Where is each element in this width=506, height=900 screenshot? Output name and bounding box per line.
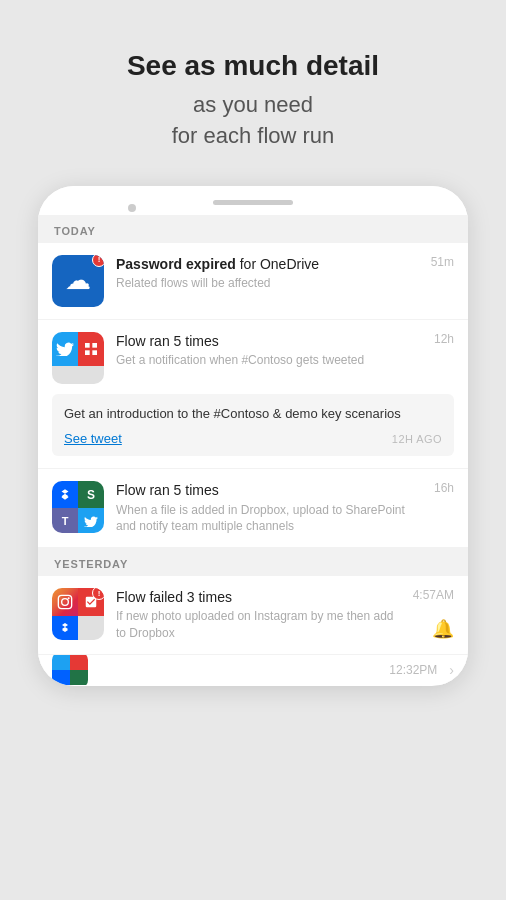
onedrive-desc: Related flows will be affected: [116, 275, 419, 292]
phone-top-bar: [38, 186, 468, 215]
onedrive-card-text: Password expired for OneDrive Related fl…: [116, 255, 419, 292]
header-title: See as much detail: [40, 48, 466, 84]
header-subtitle-line1: as you need: [193, 92, 313, 117]
dropbox-time: 16h: [434, 481, 454, 495]
svg-rect-1: [92, 343, 97, 348]
svg-point-5: [62, 599, 69, 606]
svg-rect-4: [58, 596, 71, 609]
onedrive-time: 51m: [431, 255, 454, 269]
empty-cell2: [78, 366, 104, 384]
phone-camera: [128, 204, 136, 212]
partial-time: 12:32PM: [389, 663, 437, 677]
onedrive-badge: !: [92, 255, 104, 267]
svg-rect-2: [85, 350, 90, 355]
instagram-title: Flow failed 3 times: [116, 588, 401, 606]
section-label-yesterday: YESTERDAY: [38, 548, 468, 576]
dropbox-title: Flow ran 5 times: [116, 481, 422, 499]
dropbox2-cell: [52, 616, 78, 640]
instagram-card-text: Flow failed 3 times If new photo uploade…: [116, 588, 401, 642]
twitter2-cell: [78, 508, 104, 533]
twitter-desc: Get a notification when #Contoso gets tw…: [116, 352, 422, 369]
empty-cell1: [52, 366, 78, 384]
section-label-today: TODAY: [38, 215, 468, 243]
phone-container: TODAY ☁ ! Password expired for OneDrive …: [38, 186, 468, 686]
dropbox-cell: [52, 481, 78, 508]
expanded-time: 12H AGO: [392, 433, 442, 445]
header-title-text: See as much detail: [127, 50, 379, 81]
expanded-content: Get an introduction to the #Contoso & de…: [52, 394, 454, 457]
instagram-icon-grid: !: [52, 588, 104, 640]
onedrive-title-plain: for OneDrive: [240, 256, 319, 272]
onedrive-icon-block: ☁ !: [52, 255, 104, 307]
twitter-time: 12h: [434, 332, 454, 346]
card-partial[interactable]: 12:32PM ›: [38, 655, 468, 685]
see-tweet-link[interactable]: See tweet: [64, 431, 122, 446]
twitter-cell: [52, 332, 78, 366]
dropbox-card-text: Flow ran 5 times When a file is added in…: [116, 481, 422, 535]
empty4-cell: [78, 616, 104, 640]
instagram-desc: If new photo uploaded on Instagram by me…: [116, 608, 401, 642]
instagram-time: 4:57AM: [413, 588, 454, 602]
twitter-icon-grid: [52, 332, 104, 384]
dropbox-icon-grid: S T: [52, 481, 104, 533]
expanded-footer: See tweet 12H AGO: [64, 431, 442, 446]
card-onedrive[interactable]: ☁ ! Password expired for OneDrive Relate…: [38, 243, 468, 319]
partial-icon: [52, 655, 88, 685]
bell-icon: 🔔: [432, 618, 454, 640]
svg-point-6: [68, 598, 70, 600]
dropbox-desc: When a file is added in Dropbox, upload …: [116, 502, 422, 536]
partial-chevron: ›: [449, 662, 454, 678]
header-subtitle: as you need for each flow run: [40, 90, 466, 152]
red-cell: [78, 332, 104, 366]
header-section: See as much detail as you need for each …: [0, 0, 506, 176]
phone-speaker: [213, 200, 293, 205]
twitter-card-text: Flow ran 5 times Get a notification when…: [116, 332, 422, 369]
card-dropbox[interactable]: S T Flow ran 5 times When a file is adde…: [38, 469, 468, 547]
instagram-badge: !: [92, 588, 104, 600]
svg-rect-3: [92, 350, 97, 355]
onedrive-title-bold: Password expired: [116, 256, 236, 272]
instagram-cell: [52, 588, 78, 616]
teams-cell: T: [52, 508, 78, 533]
onedrive-title: Password expired for OneDrive: [116, 255, 419, 273]
expanded-text: Get an introduction to the #Contoso & de…: [64, 404, 442, 424]
card-twitter[interactable]: Flow ran 5 times Get a notification when…: [38, 320, 468, 469]
phone-content: TODAY ☁ ! Password expired for OneDrive …: [38, 215, 468, 685]
twitter-title: Flow ran 5 times: [116, 332, 422, 350]
header-subtitle-line2: for each flow run: [172, 123, 335, 148]
svg-rect-0: [85, 343, 90, 348]
card-instagram[interactable]: ! Flow failed 3 times If new photo uploa…: [38, 576, 468, 654]
sharepoint-cell: S: [78, 481, 104, 508]
